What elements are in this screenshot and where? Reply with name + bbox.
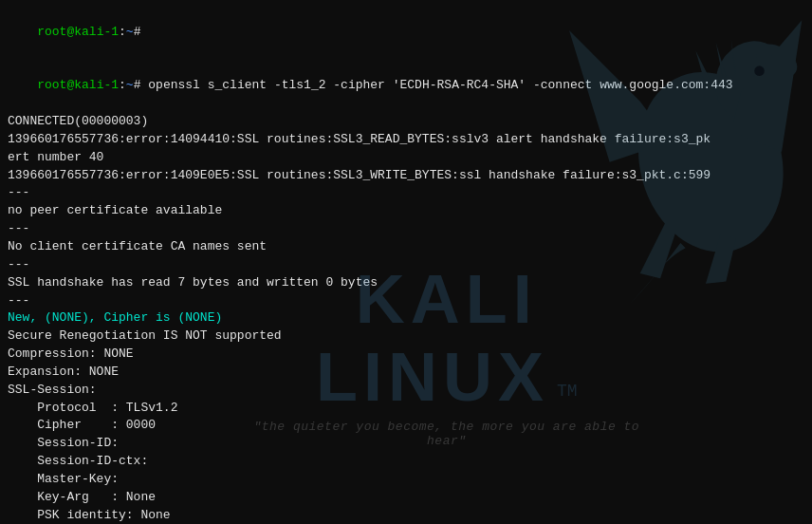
terminal-line-7: No client certificate CA names sent [8,238,804,256]
prompt-hash: # [134,25,141,39]
terminal-line-2: ert number 40 [8,149,804,167]
terminal-output: CONNECTED(00000003)139660176557736:error… [8,113,804,524]
terminal-line-3: 139660176557736:error:1409E0E5:SSL routi… [8,167,804,185]
terminal-line-4: --- [8,184,804,202]
terminal-line-10: --- [8,292,804,310]
prompt-sep2: : [119,78,126,92]
terminal-line-command: root@kali-1:~# openssl s_client -tls1_2 … [8,60,804,114]
terminal-line-14: Expansion: NONE [8,364,804,382]
terminal-line-13: Compression: NONE [8,346,804,364]
terminal-line-21: Key-Arg : None [8,489,804,507]
command-text: # openssl s_client -tls1_2 -cipher 'ECDH… [134,78,733,92]
terminal-line-11: New, (NONE), Cipher is (NONE) [8,309,804,328]
terminal-line-20: Master-Key: [8,471,804,489]
prompt-user2: root@kali-1 [37,78,119,92]
terminal-line-5: no peer certificate available [8,202,804,220]
terminal-line-15: SSL-Session: [8,382,804,400]
terminal-line-17: Cipher : 0000 [8,417,804,435]
terminal-line-22: PSK identity: None [8,507,804,524]
terminal-window: KALI LINUX TM "the quieter you become, t… [0,0,812,524]
terminal-line-9: SSL handshake has read 7 bytes and writt… [8,274,804,292]
terminal-line-1: 139660176557736:error:14094410:SSL routi… [8,131,804,149]
terminal-line-19: Session-ID-ctx: [8,453,804,471]
prompt-sep: : [119,25,126,39]
terminal-line-6: --- [8,220,804,238]
terminal-line-12: Secure Renegotiation IS NOT supported [8,328,804,346]
terminal-line-18: Session-ID: [8,435,804,453]
terminal-line-0: CONNECTED(00000003) [8,113,804,131]
prompt-user: root@kali-1 [37,25,119,39]
terminal-line-16: Protocol : TLSv1.2 [8,400,804,418]
prompt-path: ~ [126,25,134,39]
prompt-path2: ~ [126,78,134,92]
terminal-line-prompt1: root@kali-1:~# [8,6,804,60]
terminal-line-8: --- [8,256,804,274]
